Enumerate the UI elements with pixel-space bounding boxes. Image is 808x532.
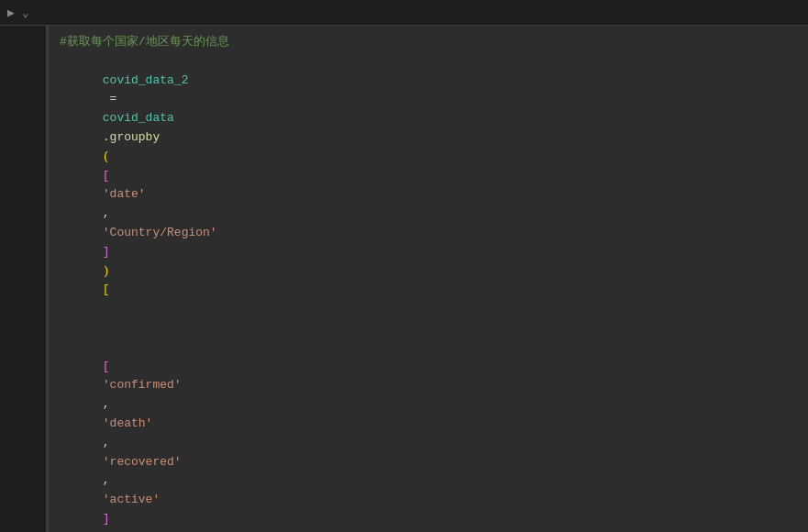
expand-icon[interactable]: ⌄ — [22, 6, 29, 20]
run-icon[interactable]: ▶ — [7, 6, 15, 20]
top-bar: ▶ ⌄ — [0, 0, 808, 26]
left-gutter — [0, 26, 46, 532]
toolbar-icons[interactable]: ▶ ⌄ — [0, 6, 29, 20]
code-line-2: [ 'confirmed' , 'death' , 'recovered' , … — [60, 319, 797, 532]
var-covid2: covid_data_2 — [103, 73, 189, 87]
code-comment: #获取每个国家/地区每天的信息 — [60, 33, 797, 52]
code-line-1: covid_data_2 = covid_data .groupby ( [ '… — [60, 52, 797, 319]
var-covid: covid_data — [103, 111, 174, 125]
code-cell[interactable]: #获取每个国家/地区每天的信息 covid_data_2 = covid_dat… — [46, 26, 808, 532]
method-groupby: .groupby — [103, 130, 160, 144]
code-cell-wrapper: #获取每个国家/地区每天的信息 covid_data_2 = covid_dat… — [0, 26, 808, 532]
